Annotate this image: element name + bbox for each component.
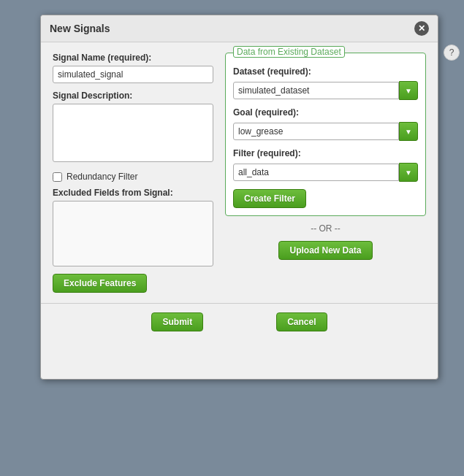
filter-select[interactable] xyxy=(233,164,399,181)
goal-select-row xyxy=(233,122,418,141)
signal-desc-label: Signal Description: xyxy=(53,91,213,101)
dataset-panel: Data from Existing Dataset Dataset (requ… xyxy=(225,53,426,216)
dialog-body: Signal Name (required): Signal Descripti… xyxy=(41,42,438,303)
signal-desc-section: Signal Description: xyxy=(53,91,213,164)
goal-dropdown-arrow[interactable] xyxy=(399,122,418,141)
submit-button[interactable]: Submit xyxy=(151,312,203,331)
goal-label: Goal (required): xyxy=(233,107,418,118)
goal-select[interactable] xyxy=(233,123,399,140)
redundancy-filter-checkbox[interactable] xyxy=(53,172,62,182)
exclude-features-button[interactable]: Exclude Features xyxy=(53,274,147,293)
upload-btn-row: Upload New Data xyxy=(225,241,426,260)
create-filter-button[interactable]: Create Filter xyxy=(233,189,306,208)
dataset-label: Dataset (required): xyxy=(233,66,418,77)
left-panel: Signal Name (required): Signal Descripti… xyxy=(53,53,213,293)
dataset-dropdown-arrow[interactable] xyxy=(399,81,418,100)
signal-name-section: Signal Name (required): xyxy=(53,53,213,83)
cancel-button[interactable]: Cancel xyxy=(276,312,327,331)
signal-name-label: Signal Name (required): xyxy=(53,53,213,63)
dialog-title-bar: New Signals ✕ xyxy=(41,15,438,42)
dataset-select[interactable] xyxy=(233,82,399,99)
filter-select-row xyxy=(233,163,418,182)
goal-section: Goal (required): xyxy=(233,107,418,141)
upload-new-data-button[interactable]: Upload New Data xyxy=(278,241,372,260)
excluded-fields-label: Excluded Fields from Signal: xyxy=(53,188,213,198)
dialog-footer: Submit Cancel xyxy=(41,303,438,340)
dialog-title: New Signals xyxy=(50,23,110,34)
excluded-fields-box xyxy=(53,201,213,266)
dataset-select-row xyxy=(233,81,418,100)
or-divider: -- OR -- xyxy=(225,223,426,234)
dataset-panel-title: Data from Existing Dataset xyxy=(233,46,345,58)
signal-desc-input[interactable] xyxy=(53,104,213,162)
new-signals-dialog: ? New Signals ✕ Signal Name (required): … xyxy=(40,15,438,380)
signal-name-input[interactable] xyxy=(53,66,213,83)
help-button[interactable]: ? xyxy=(444,45,460,61)
filter-section: Filter (required): xyxy=(233,148,418,182)
close-button[interactable]: ✕ xyxy=(414,21,429,36)
filter-label: Filter (required): xyxy=(233,148,418,158)
right-panel: Data from Existing Dataset Dataset (requ… xyxy=(225,53,426,293)
dataset-section: Dataset (required): xyxy=(233,66,418,100)
excluded-fields-section: Excluded Fields from Signal: xyxy=(53,188,213,266)
redundancy-filter-label: Redundancy Filter xyxy=(66,172,137,182)
filter-dropdown-arrow[interactable] xyxy=(399,163,418,182)
redundancy-filter-row: Redundancy Filter xyxy=(53,172,213,182)
